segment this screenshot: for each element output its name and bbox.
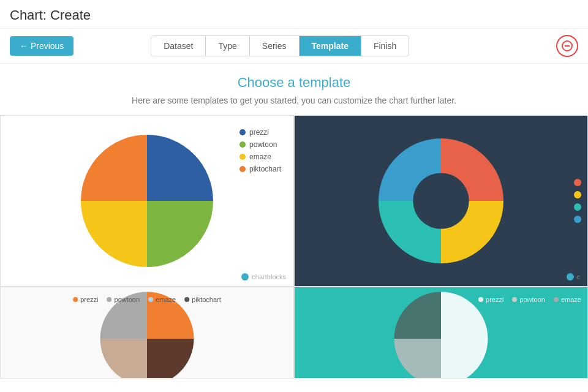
legend-dot-powtoon — [239, 141, 246, 148]
step-dataset[interactable]: Dataset — [151, 36, 206, 56]
dot-prezzi-3 — [73, 297, 78, 302]
chart-container-2: c — [295, 116, 587, 286]
cancel-icon — [562, 40, 573, 51]
legend-top-powtoon-4: powtoon — [512, 296, 545, 303]
legend-item-powtoon: powtoon — [239, 140, 281, 149]
step-template[interactable]: Template — [300, 36, 361, 56]
legend-dot-emaze — [239, 154, 246, 160]
pie-chart-1 — [74, 127, 221, 274]
donut-chart-2 — [368, 127, 514, 274]
content-area: Choose a template Here are some template… — [0, 64, 588, 379]
legend-item-emaze: emaze — [239, 153, 281, 161]
template-card-2[interactable]: c — [294, 115, 588, 287]
legend-1: prezzi powtoon emaze piktochart — [239, 128, 281, 173]
page-header: Chart: Create — [0, 0, 588, 29]
dot-piktochart-3 — [184, 297, 189, 302]
legend-item-piktochart: piktochart — [239, 165, 281, 173]
card-logo-2: c — [566, 273, 581, 281]
toolbar: ← Previous Dataset Type Series Template … — [0, 29, 588, 64]
choose-title: Choose a template — [0, 75, 588, 91]
legend-dot-prezzi — [239, 129, 246, 135]
legend-top-prezzi-4: prezzi — [478, 296, 503, 303]
right-dot-3 — [574, 203, 581, 211]
template-card-3[interactable]: prezzi powtoon emaze piktochart — [0, 287, 294, 379]
svg-point-4 — [567, 273, 574, 281]
chart-container-1: prezzi powtoon emaze piktochart — [1, 116, 293, 286]
step-type[interactable]: Type — [206, 36, 249, 56]
right-dot-1 — [574, 179, 581, 186]
chartblocks-icon-2 — [566, 273, 575, 281]
chartblocks-icon — [241, 273, 249, 281]
dot-emaze-4 — [554, 297, 559, 302]
right-dots-2 — [574, 179, 581, 223]
dot-prezzi-4 — [478, 297, 483, 302]
cancel-button[interactable] — [556, 35, 578, 57]
legend-top-piktochart: piktochart — [184, 296, 221, 303]
right-dot-2 — [574, 191, 581, 198]
legend-item-prezzi: prezzi — [239, 128, 281, 137]
steps-nav: Dataset Type Series Template Finish — [151, 36, 409, 56]
template-card-1[interactable]: prezzi powtoon emaze piktochart — [0, 115, 294, 287]
dot-emaze-3 — [148, 297, 153, 302]
card-logo-1: chartblocks — [241, 273, 286, 281]
legend-dot-piktochart — [239, 166, 246, 172]
chart-container-4: prezzi powtoon emaze — [295, 287, 587, 378]
step-finish[interactable]: Finish — [361, 36, 409, 56]
legend-top-emaze-4: emaze — [554, 296, 581, 303]
templates-grid: prezzi powtoon emaze piktochart — [0, 115, 588, 379]
right-dot-4 — [574, 216, 581, 223]
step-series[interactable]: Series — [250, 36, 300, 56]
legend-top-prezzi: prezzi — [73, 296, 98, 303]
dot-powtoon-3 — [107, 297, 112, 302]
choose-subtitle: Here are some templates to get you start… — [0, 96, 588, 105]
legend-top-powtoon: powtoon — [107, 296, 140, 303]
previous-button[interactable]: ← Previous — [10, 36, 74, 56]
svg-point-3 — [413, 173, 469, 228]
page-title: Chart: Create — [10, 7, 91, 23]
legend-top-emaze: emaze — [148, 296, 176, 303]
legend-top-3: prezzi powtoon emaze piktochart — [73, 296, 221, 303]
legend-top-4: prezzi powtoon emaze — [478, 296, 581, 303]
svg-point-2 — [241, 273, 249, 281]
chart-container-3: prezzi powtoon emaze piktochart — [1, 287, 293, 378]
template-card-4[interactable]: prezzi powtoon emaze — [294, 287, 588, 379]
dot-powtoon-4 — [512, 297, 517, 302]
